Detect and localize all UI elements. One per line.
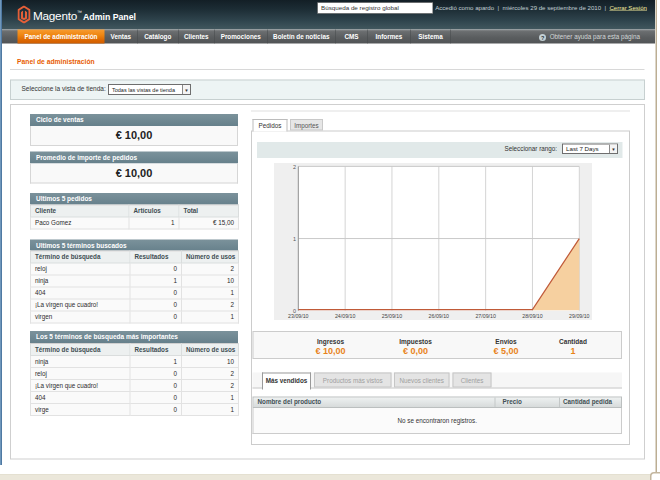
- svg-text:28/09/10: 28/09/10: [522, 313, 543, 319]
- svg-text:25/09/10: 25/09/10: [382, 313, 403, 319]
- svg-text:27/09/10: 27/09/10: [475, 313, 496, 319]
- svg-text:2: 2: [293, 164, 296, 170]
- svg-text:23/09/10: 23/09/10: [288, 313, 309, 319]
- svg-text:29/09/10: 29/09/10: [569, 313, 590, 319]
- svg-text:24/09/10: 24/09/10: [335, 313, 356, 319]
- svg-text:26/09/10: 26/09/10: [429, 313, 450, 319]
- svg-text:1: 1: [293, 236, 296, 242]
